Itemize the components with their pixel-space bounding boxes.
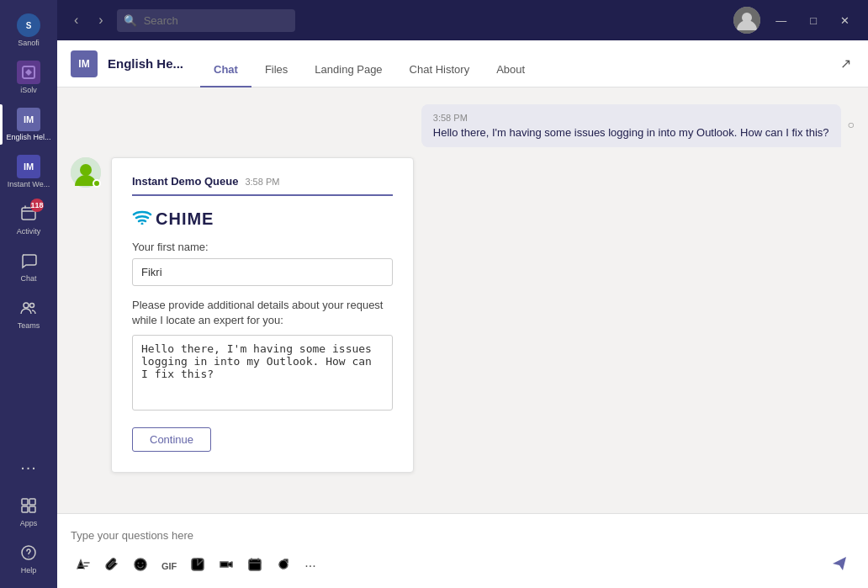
chime-wifi-icon <box>132 209 152 229</box>
schedule-button[interactable] <box>242 554 267 579</box>
more-options-button[interactable]: ··· <box>299 555 320 577</box>
more-icon: ··· <box>17 455 40 479</box>
search-wrap: 🔍 <box>117 9 655 32</box>
sidebar-item-more[interactable]: ··· <box>0 448 57 487</box>
bot-message-time: 3:58 PM <box>245 177 279 187</box>
minimize-button[interactable]: — <box>767 12 795 29</box>
first-name-input[interactable] <box>132 258 393 286</box>
channel-icon: IM <box>71 50 98 77</box>
user-message-bubble: 3:58 PM Hello there, I'm having some iss… <box>421 104 841 147</box>
search-icon: 🔍 <box>124 14 137 27</box>
teams-icon <box>17 296 40 320</box>
bot-name: Instant Demo Queue <box>132 175 238 188</box>
user-message-content: 3:58 PM Hello there, I'm having some iss… <box>421 104 841 147</box>
channel-header-right: ↗ <box>837 52 855 75</box>
sidebar-label-sanofi: Sanofi <box>18 39 40 47</box>
external-link-button[interactable]: ↗ <box>837 52 855 75</box>
chat-icon <box>17 249 40 273</box>
back-button[interactable]: ‹ <box>67 9 85 31</box>
continue-button[interactable]: Continue <box>132 427 211 452</box>
input-bar: GIF ··· <box>57 513 868 588</box>
svg-rect-19 <box>249 559 261 570</box>
english-hel-icon: IM <box>17 108 40 131</box>
sidebar-label-chat: Chat <box>20 274 36 283</box>
tab-files[interactable]: Files <box>251 56 301 87</box>
sidebar-label-teams: Teams <box>18 321 40 330</box>
send-button[interactable] <box>824 552 855 580</box>
sidebar-label-english-hel: English Hel... <box>6 133 50 141</box>
sidebar-item-activity[interactable]: 118 Activity <box>0 195 57 242</box>
sidebar: S Sanofi iSolv IM English Hel... IM Inst… <box>0 0 57 588</box>
tab-landing-page[interactable]: Landing Page <box>301 56 395 87</box>
chime-logo: CHIME <box>132 209 393 229</box>
emoji-button[interactable] <box>128 554 153 579</box>
sidebar-item-sanofi[interactable]: S Sanofi <box>0 7 57 54</box>
search-input[interactable] <box>117 9 295 32</box>
gif-button[interactable]: GIF <box>156 558 182 575</box>
message-status-icon: ○ <box>848 118 855 131</box>
channel-name: English He... <box>108 56 183 71</box>
svg-point-9 <box>29 557 29 558</box>
sidebar-label-isolv: iSolv <box>20 86 37 94</box>
activity-badge: 118 <box>30 199 44 212</box>
titlebar-right: — □ ✕ <box>733 7 858 34</box>
tab-chat-history[interactable]: Chat History <box>396 56 484 87</box>
sidebar-label-instant-we: Instant We... <box>8 180 50 188</box>
sanofi-icon: S <box>17 13 40 37</box>
bot-avatar <box>71 157 101 188</box>
user-message-row: 3:58 PM Hello there, I'm having some iss… <box>71 104 855 147</box>
sidebar-label-help: Help <box>21 566 37 575</box>
sidebar-item-chat[interactable]: Chat <box>0 242 57 289</box>
svg-point-3 <box>30 304 34 308</box>
avatar[interactable] <box>733 7 760 34</box>
main-area: ‹ › 🔍 — □ ✕ IM English He... Chat Files … <box>57 0 868 588</box>
user-message-text: Hello there, I'm having some issues logg… <box>433 126 829 139</box>
sidebar-item-instant-we[interactable]: IM Instant We... <box>0 148 57 195</box>
help-icon <box>17 541 40 564</box>
svg-rect-5 <box>29 499 35 505</box>
sidebar-item-isolv[interactable]: iSolv <box>0 54 57 101</box>
chat-area: 3:58 PM Hello there, I'm having some iss… <box>57 87 868 513</box>
titlebar: ‹ › 🔍 — □ ✕ <box>57 0 868 40</box>
user-message-time: 3:58 PM <box>433 113 829 123</box>
bot-divider <box>132 194 393 196</box>
instant-we-icon: IM <box>17 155 40 178</box>
format-button[interactable] <box>71 554 96 579</box>
svg-rect-4 <box>22 499 28 505</box>
sidebar-item-help[interactable]: Help <box>0 534 57 581</box>
maximize-button[interactable]: □ <box>802 12 825 29</box>
first-name-label: Your first name: <box>132 241 393 253</box>
loop-button[interactable] <box>271 554 296 579</box>
tab-chat[interactable]: Chat <box>200 56 251 87</box>
sidebar-item-apps[interactable]: Apps <box>0 487 57 534</box>
sticker-button[interactable] <box>185 554 210 579</box>
details-textarea[interactable]: Hello there, I'm having some issues logg… <box>132 335 393 411</box>
svg-point-16 <box>138 562 140 564</box>
meet-button[interactable] <box>214 554 239 579</box>
sidebar-item-english-hel[interactable]: IM English Hel... <box>0 101 57 148</box>
svg-point-13 <box>80 164 92 176</box>
tab-about[interactable]: About <box>483 56 538 87</box>
bot-card: Instant Demo Queue 3:58 PM CHIME <box>111 157 414 473</box>
forward-button[interactable]: › <box>92 9 109 31</box>
sidebar-label-apps: Apps <box>20 519 38 527</box>
isolv-icon <box>17 61 40 84</box>
close-button[interactable]: ✕ <box>832 12 858 29</box>
svg-point-14 <box>141 223 144 225</box>
bot-message-row: Instant Demo Queue 3:58 PM CHIME <box>71 157 855 473</box>
additional-details-label: Please provide additional details about … <box>132 298 393 328</box>
input-toolbar: GIF ··· <box>71 548 855 583</box>
sidebar-label-activity: Activity <box>17 227 41 236</box>
bot-online-indicator <box>93 179 101 188</box>
activity-icon: 118 <box>17 202 40 225</box>
svg-rect-6 <box>22 506 28 512</box>
svg-point-15 <box>135 559 146 570</box>
apps-icon <box>17 494 40 517</box>
svg-point-17 <box>142 562 144 564</box>
channel-tabs: Chat Files Landing Page Chat History Abo… <box>200 40 538 87</box>
bot-card-header: Instant Demo Queue 3:58 PM <box>132 175 393 188</box>
message-input[interactable] <box>71 522 855 548</box>
sidebar-item-teams[interactable]: Teams <box>0 289 57 336</box>
svg-rect-7 <box>29 506 35 512</box>
attach-button[interactable] <box>99 554 124 579</box>
